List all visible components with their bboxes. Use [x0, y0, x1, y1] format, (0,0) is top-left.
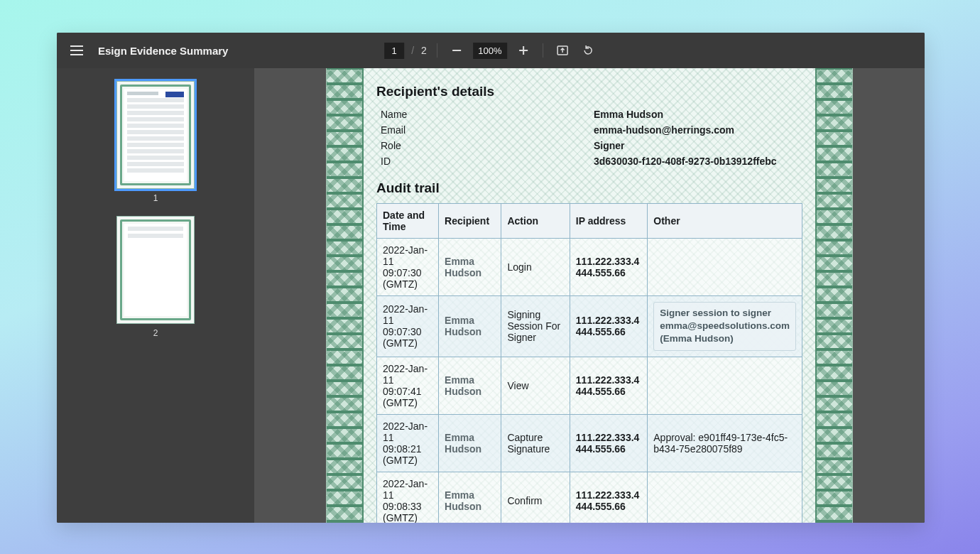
- field-label-name: Name: [381, 109, 594, 120]
- audit-header: Audit trail: [376, 180, 802, 196]
- col-other: Other: [648, 204, 802, 239]
- cell-action: View: [501, 357, 570, 414]
- field-value-email: emma-hudson@herrings.com: [594, 124, 734, 136]
- svg-rect-2: [523, 46, 524, 55]
- audit-table: Date and Time Recipient Action IP addres…: [376, 203, 802, 523]
- cell-recipient: Emma Hudson: [439, 414, 501, 472]
- cell-ip: 111.222.333.4 444.555.66: [570, 296, 647, 357]
- cell-recipient: Emma Hudson: [439, 296, 501, 357]
- cell-ip: 111.222.333.4 444.555.66: [570, 357, 647, 414]
- cell-action: Login: [501, 239, 570, 296]
- page-total: 2: [421, 45, 427, 56]
- thumbnail-label: 1: [153, 193, 158, 203]
- field-value-id: 3d630030-f120-408f-9273-0b13912ffebc: [594, 156, 777, 167]
- fit-page-button[interactable]: [553, 41, 572, 60]
- col-ip: IP address: [570, 204, 647, 239]
- zoom-input[interactable]: [473, 43, 507, 59]
- cell-date: 2022-Jan-11 09:07:30 (GMTZ): [377, 239, 439, 296]
- table-row: 2022-Jan-11 09:07:30 (GMTZ)Emma HudsonLo…: [377, 239, 802, 296]
- recipient-header: Recipient's details: [376, 84, 802, 99]
- page-separator: /: [411, 45, 414, 56]
- field-label-role: Role: [381, 140, 594, 151]
- rotate-button[interactable]: [579, 41, 597, 60]
- zoom-in-button[interactable]: [514, 41, 533, 60]
- cell-recipient: Emma Hudson: [439, 472, 501, 523]
- menu-icon[interactable]: [68, 42, 85, 59]
- cell-other: [648, 239, 802, 296]
- col-recipient: Recipient: [439, 204, 501, 239]
- cell-date: 2022-Jan-11 09:07:41 (GMTZ): [377, 357, 439, 414]
- cell-other: Approval: e901ff49-173e-4fc5-b434-75e280…: [648, 414, 802, 472]
- cell-action: Confirm: [501, 472, 570, 523]
- divider: [543, 43, 543, 58]
- col-date: Date and Time: [377, 204, 439, 239]
- table-row: 2022-Jan-11 09:07:41 (GMTZ)Emma HudsonVi…: [377, 357, 802, 414]
- table-row: 2022-Jan-11 09:07:30 (GMTZ)Emma HudsonSi…: [377, 296, 802, 357]
- viewer-body: 1 2 Recipient's details Name: [57, 68, 925, 523]
- field-label-id: ID: [381, 156, 594, 167]
- field-value-role: Signer: [594, 140, 625, 151]
- cell-other: [648, 472, 802, 523]
- thumbnail-2[interactable]: 2: [116, 216, 195, 338]
- table-row: 2022-Jan-11 09:08:21 (GMTZ)Emma HudsonCa…: [377, 414, 802, 472]
- thumbnail-panel[interactable]: 1 2: [57, 68, 254, 523]
- cell-ip: 111.222.333.4 444.555.66: [570, 414, 647, 472]
- cell-date: 2022-Jan-11 09:07:30 (GMTZ): [377, 296, 439, 357]
- cell-ip: 111.222.333.4 444.555.66: [570, 472, 647, 523]
- pdf-viewer: Esign Evidence Summary / 2: [57, 33, 925, 523]
- col-action: Action: [501, 204, 570, 239]
- page-canvas[interactable]: Recipient's details Name Emma Hudson Ema…: [254, 68, 925, 523]
- other-note-box: Signer session to signer emma@speedsolut…: [653, 302, 796, 351]
- thumbnail-label: 2: [153, 328, 158, 338]
- page-number-input[interactable]: [384, 43, 404, 59]
- page-1: Recipient's details Name Emma Hudson Ema…: [327, 68, 852, 523]
- cell-action: Capture Signature: [501, 414, 570, 472]
- cell-action: Signing Session For Signer: [501, 296, 570, 357]
- field-value-name: Emma Hudson: [594, 109, 663, 120]
- cell-other: [648, 357, 802, 414]
- zoom-out-button[interactable]: [447, 41, 466, 60]
- cell-date: 2022-Jan-11 09:08:33 (GMTZ): [377, 472, 439, 523]
- thumbnail-1[interactable]: 1: [116, 81, 195, 203]
- svg-rect-0: [452, 50, 461, 51]
- field-label-email: Email: [381, 124, 594, 136]
- cell-recipient: Emma Hudson: [439, 239, 501, 296]
- cell-ip: 111.222.333.4 444.555.66: [570, 239, 647, 296]
- table-header-row: Date and Time Recipient Action IP addres…: [377, 204, 802, 239]
- cell-recipient: Emma Hudson: [439, 357, 501, 414]
- recipient-details: Name Emma Hudson Email emma-hudson@herri…: [381, 107, 798, 169]
- divider: [437, 43, 437, 58]
- document-title: Esign Evidence Summary: [98, 45, 228, 57]
- toolbar-center: / 2: [384, 41, 597, 60]
- table-row: 2022-Jan-11 09:08:33 (GMTZ)Emma HudsonCo…: [377, 472, 802, 523]
- cell-date: 2022-Jan-11 09:08:21 (GMTZ): [377, 414, 439, 472]
- toolbar: Esign Evidence Summary / 2: [57, 33, 925, 68]
- cell-other: Signer session to signer emma@speedsolut…: [648, 296, 802, 357]
